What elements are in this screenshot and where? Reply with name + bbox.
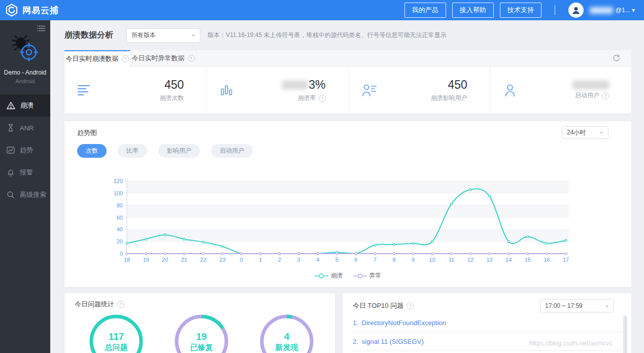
masked-value (572, 81, 609, 89)
brand-logo-icon (5, 4, 18, 17)
svg-text:22: 22 (200, 257, 206, 263)
svg-text:16: 16 (544, 257, 550, 263)
filter-rate-pill[interactable]: 比率 (118, 144, 147, 158)
stat-label: 崩溃影响用户 (431, 94, 467, 102)
filter-affected-users-pill[interactable]: 影响用户 (158, 144, 200, 158)
collapse-menu-icon[interactable] (37, 25, 45, 31)
page-title: 崩溃数据分析 (64, 30, 113, 41)
svg-text:100: 100 (114, 190, 123, 196)
svg-text:0: 0 (120, 251, 123, 257)
svg-text:11: 11 (449, 257, 454, 263)
user-email-masked (590, 7, 613, 14)
my-products-button[interactable]: 我的产品 (404, 3, 446, 18)
sidebar-item-advanced-search[interactable]: 高级搜索 (0, 184, 50, 206)
main-content: 崩溃数据分析 所有版本 ∨ 版本：V11.16-19:45 未上传符号表，堆栈中… (50, 20, 644, 353)
realtime-stats: 450 崩溃次数 3% (64, 67, 631, 114)
svg-text:17: 17 (563, 257, 569, 263)
refresh-icon[interactable] (613, 54, 620, 62)
tab-today-crash-data[interactable]: 今日实时崩溃数据 ? (64, 50, 130, 67)
avatar[interactable] (568, 3, 584, 18)
stat-label: 崩溃率 (298, 94, 316, 102)
stat-affected-users: 450 崩溃影响用户 (348, 67, 490, 114)
chart-legend: 崩溃 异常 (77, 271, 619, 282)
svg-text:1: 1 (259, 257, 262, 263)
sidebar-item-alert[interactable]: 报警 (0, 161, 50, 184)
user-menu[interactable]: @1... ▾ (590, 7, 635, 14)
svg-text:13: 13 (486, 257, 492, 263)
brand[interactable]: 网易云捕 (5, 4, 59, 17)
help-icon[interactable]: ? (188, 55, 195, 62)
sidebar-item-crash[interactable]: 崩溃 (0, 94, 50, 117)
realtime-card: 今日实时崩溃数据 ? 今日实时异常数据 ? (64, 50, 631, 114)
svg-text:8: 8 (392, 257, 395, 263)
launch-users-icon (503, 84, 517, 97)
svg-text:20: 20 (117, 238, 123, 244)
hour-range-select[interactable]: 17:00 ~ 17:59 ∨ (540, 299, 614, 312)
top10-item-1[interactable]: 1. DirectoryNotFoundException (353, 313, 621, 332)
help-icon[interactable]: ? (319, 95, 326, 102)
help-icon[interactable]: ? (117, 301, 124, 308)
chevron-down-icon: ∨ (599, 130, 603, 135)
filter-launch-users-pill[interactable]: 启动用户 (211, 144, 253, 158)
donut-new-issues: 4 新发现 (259, 313, 315, 353)
tech-support-button[interactable]: 技术支持 (500, 3, 541, 18)
masked-value (282, 81, 308, 89)
legend-exception[interactable]: 异常 (353, 271, 382, 280)
donut-fixed-issues: 19 已修复 (174, 313, 229, 353)
svg-text:18: 18 (124, 257, 130, 263)
sidebar-item-anr[interactable]: ANR (0, 117, 50, 139)
svg-text:120: 120 (114, 178, 123, 184)
svg-text:0: 0 (240, 257, 243, 263)
top10-item-3[interactable]: 3. KeyNotFoundException (353, 351, 621, 353)
warning-triangle-icon (7, 101, 15, 110)
stat-value: 450 (159, 78, 184, 92)
chevron-down-icon: ∨ (605, 303, 609, 308)
svg-text:14: 14 (505, 257, 512, 263)
stat-value: 3% (309, 78, 325, 92)
brand-name: 网易云捕 (22, 5, 59, 16)
realtime-tabs: 今日实时崩溃数据 ? 今日实时异常数据 ? (64, 50, 631, 67)
svg-text:12: 12 (467, 257, 473, 263)
top10-list: 1. DirectoryNotFoundException 2. signal … (353, 313, 621, 353)
user-email-suffix: @1... ▾ (616, 7, 635, 14)
scrollbar[interactable] (623, 315, 627, 353)
help-icon[interactable]: ? (122, 55, 129, 62)
help-icon[interactable]: ? (602, 92, 609, 99)
trend-card: 趋势图 24小时 ∨ 次数 比率 影响用户 启动用户 0204060801001… (64, 121, 631, 287)
page-header: 崩溃数据分析 所有版本 ∨ 版本：V11.16-19:45 未上传符号表，堆栈中… (64, 20, 631, 50)
help-icon[interactable]: ? (406, 302, 414, 309)
trend-title: 趋势图 (77, 128, 619, 137)
sidebar-menu: 崩溃 ANR 趋势 报警 高级搜索 (0, 94, 50, 206)
version-select[interactable]: 所有版本 ∨ (126, 28, 200, 43)
crash-rate-icon (220, 84, 233, 97)
top10-title: 今日 TOP10 问题 (353, 301, 403, 310)
svg-text:6: 6 (354, 257, 357, 263)
tab-today-exception-data[interactable]: 今日实时异常数据 ? (130, 50, 196, 66)
svg-text:3: 3 (297, 257, 300, 263)
issues-today-card: 今日问题统计 ? 117 总问题 19 已修复 (64, 293, 335, 353)
issue-donuts: 117 总问题 19 已修复 4 新发现 (75, 313, 325, 353)
affected-users-icon (362, 84, 377, 97)
topbar: 网易云捕 我的产品 接入帮助 技术支持 @1... ▾ (0, 0, 644, 20)
sidebar-item-trend[interactable]: 趋势 (0, 139, 50, 161)
legend-crash[interactable]: 崩溃 (315, 271, 343, 280)
stat-crash-rate: 3% 崩溃率 ? (206, 67, 348, 114)
topbar-divider (555, 5, 555, 15)
filter-count-pill[interactable]: 次数 (77, 144, 107, 158)
integration-help-button[interactable]: 接入帮助 (452, 3, 494, 18)
svg-text:19: 19 (143, 257, 149, 263)
svg-text:4: 4 (316, 257, 319, 263)
time-range-select[interactable]: 24小时 ∨ (562, 126, 608, 139)
svg-text:23: 23 (219, 257, 225, 263)
top10-item-2[interactable]: 2. signal 11 (SIGSEGV) (353, 332, 621, 351)
top10-card: 今日 TOP10 问题 ? 17:00 ~ 17:59 ∨ 1. Directo… (343, 293, 631, 353)
svg-text:10: 10 (429, 257, 435, 263)
svg-text:40: 40 (117, 226, 123, 232)
stat-label: 启动用户 (575, 91, 599, 100)
svg-text:60: 60 (117, 215, 123, 221)
svg-text:2: 2 (278, 257, 281, 263)
stat-launch-users: 启动用户 ? (490, 67, 631, 114)
user-icon (571, 6, 581, 15)
stat-value: 450 (431, 78, 467, 92)
trend-chart-svg: 0204060801001201819202122230123456789101… (77, 176, 619, 269)
